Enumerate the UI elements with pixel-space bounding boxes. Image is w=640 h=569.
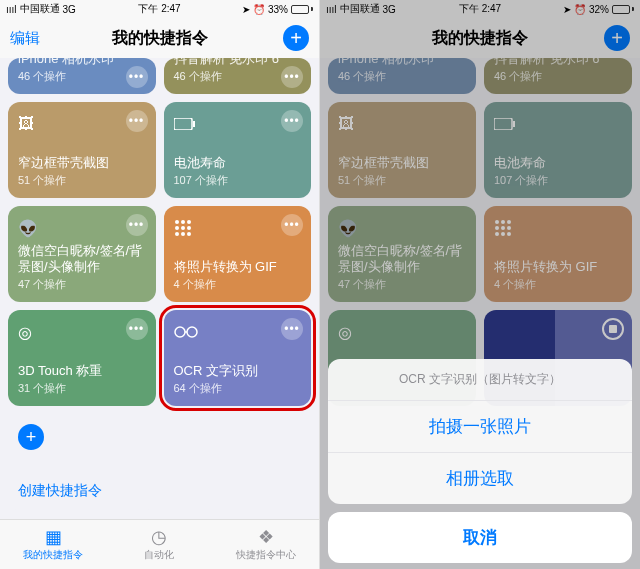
shortcut-card[interactable]: 抖音解析 免水印 6 46 个操作 ••• (164, 58, 312, 94)
svg-point-6 (181, 226, 185, 230)
more-icon[interactable]: ••• (126, 110, 148, 132)
plus-icon: + (18, 424, 44, 450)
tab-my-shortcuts[interactable]: ▦ 我的快捷指令 (0, 520, 106, 569)
shortcut-card[interactable]: iPhone 相机水印 46 个操作 ••• (8, 58, 156, 94)
status-bar: ıııl 中国联通 3G 下午 2:47 ➤ ⏰ 33% (0, 0, 319, 18)
shortcut-grid: iPhone 相机水印 46 个操作 ••• 抖音解析 免水印 6 46 个操作… (0, 58, 319, 519)
nav-bar: 编辑 我的快捷指令 + (0, 18, 319, 58)
svg-point-10 (187, 232, 191, 236)
svg-rect-0 (174, 118, 192, 130)
tab-automation[interactable]: ◷ 自动化 (106, 520, 212, 569)
tab-bar: ▦ 我的快捷指令 ◷ 自动化 ❖ 快捷指令中心 (0, 519, 319, 569)
svg-point-2 (175, 220, 179, 224)
phone-screen-left: ıııl 中国联通 3G 下午 2:47 ➤ ⏰ 33% 编辑 我的快捷指令 +… (0, 0, 320, 569)
clock-icon: ◷ (151, 528, 167, 546)
svg-point-5 (175, 226, 179, 230)
more-icon[interactable]: ••• (126, 318, 148, 340)
shortcut-card[interactable]: 将照片转换为 GIF 4 个操作 ••• (164, 206, 312, 302)
carrier: 中国联通 (20, 2, 60, 16)
add-shortcut-button[interactable]: + (283, 25, 309, 51)
network: 3G (63, 4, 76, 15)
tab-gallery[interactable]: ❖ 快捷指令中心 (213, 520, 319, 569)
svg-rect-1 (193, 121, 195, 127)
battery-icon (291, 5, 313, 14)
action-sheet: OCR 文字识别（图片转文字） 拍摄一张照片 相册选取 取消 (328, 359, 632, 563)
sheet-cancel-button[interactable]: 取消 (328, 512, 632, 563)
alarm-icon: ⏰ (253, 4, 265, 15)
svg-point-9 (181, 232, 185, 236)
sheet-option-camera[interactable]: 拍摄一张照片 (328, 401, 632, 453)
stack-icon: ❖ (258, 528, 274, 546)
page-title: 我的快捷指令 (0, 28, 319, 49)
edit-button[interactable]: 编辑 (10, 29, 40, 48)
more-icon[interactable]: ••• (281, 214, 303, 236)
sheet-option-album[interactable]: 相册选取 (328, 453, 632, 504)
svg-point-4 (187, 220, 191, 224)
more-icon[interactable]: ••• (126, 214, 148, 236)
location-icon: ➤ (242, 4, 250, 15)
svg-point-11 (175, 327, 185, 337)
svg-point-7 (187, 226, 191, 230)
more-icon[interactable]: ••• (281, 110, 303, 132)
shortcut-card[interactable]: 🖼 窄边框带壳截图 51 个操作 ••• (8, 102, 156, 198)
svg-point-12 (187, 327, 197, 337)
signal-icon: ıııl (6, 4, 17, 15)
shortcut-card[interactable]: 电池寿命 107 个操作 ••• (164, 102, 312, 198)
svg-point-3 (181, 220, 185, 224)
shortcut-card-ocr[interactable]: OCR 文字识别 64 个操作 ••• (164, 310, 312, 406)
grid-icon: ▦ (45, 528, 62, 546)
shortcut-card[interactable]: ◎ 3D Touch 称重 31 个操作 ••• (8, 310, 156, 406)
sheet-title: OCR 文字识别（图片转文字） (328, 359, 632, 401)
battery-pct: 33% (268, 4, 288, 15)
create-shortcut-button[interactable]: + 创建快捷指令 (8, 414, 156, 510)
phone-screen-right: ıııl 中国联通 3G 下午 2:47 ➤ ⏰ 32% 我的快捷指令 + iP… (320, 0, 640, 569)
more-icon[interactable]: ••• (126, 66, 148, 88)
more-icon[interactable]: ••• (281, 318, 303, 340)
shortcut-card[interactable]: 👽 微信空白昵称/签名/背景图/头像制作 47 个操作 ••• (8, 206, 156, 302)
svg-point-8 (175, 232, 179, 236)
more-icon[interactable]: ••• (281, 66, 303, 88)
